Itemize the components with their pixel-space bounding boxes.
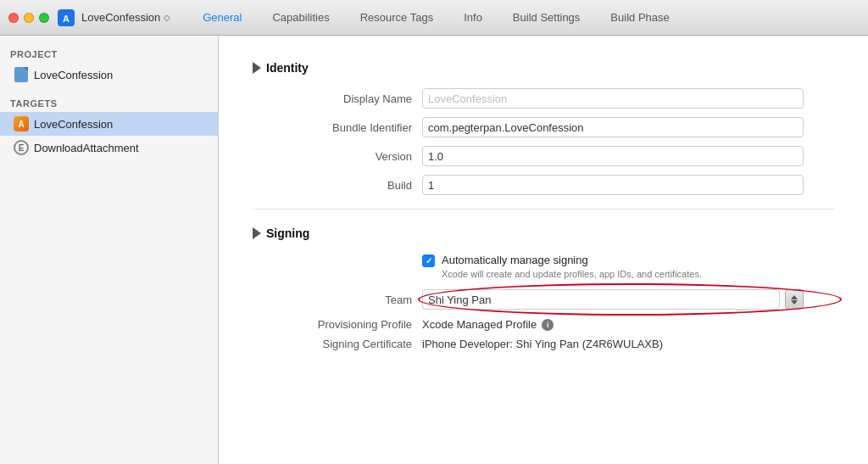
- divider-1: [253, 209, 834, 210]
- target-ext-icon: E: [14, 140, 29, 155]
- auto-signing-text-block: Automatically manage signing Xcode will …: [442, 254, 702, 281]
- cert-label: Signing Certificate: [253, 338, 422, 350]
- tab-capabilities[interactable]: Capabilities: [257, 0, 344, 36]
- cert-value: iPhone Developer: Shi Ying Pan (Z4R6WULA…: [422, 338, 663, 350]
- version-input[interactable]: [422, 146, 804, 166]
- project-chevron-icon: ◇: [164, 13, 170, 22]
- identity-section-header: Identity: [253, 61, 834, 75]
- auto-signing-checkbox[interactable]: [422, 254, 435, 267]
- project-name-label: LoveConfession: [81, 11, 160, 24]
- provisioning-value-text: Xcode Managed Profile: [422, 318, 537, 331]
- tab-build-phase[interactable]: Build Phase: [595, 0, 684, 36]
- signing-section-header: Signing: [253, 226, 834, 240]
- identity-section-title: Identity: [266, 61, 309, 75]
- tab-info[interactable]: Info: [448, 0, 498, 36]
- team-row: Team Shi Ying Pan: [253, 289, 834, 310]
- auto-signing-row: Automatically manage signing Xcode will …: [253, 254, 834, 281]
- project-name: LoveConfession: [34, 69, 113, 81]
- build-label: Build: [253, 179, 422, 192]
- project-file-icon: [14, 67, 29, 82]
- content-area: Identity Display Name Bundle Identifier …: [219, 36, 868, 464]
- stepper-down-icon: [791, 300, 798, 305]
- provisioning-value: Xcode Managed Profile i: [422, 318, 554, 331]
- bundle-id-input[interactable]: [422, 117, 804, 137]
- close-button[interactable]: [8, 13, 19, 23]
- version-row: Version: [253, 146, 834, 166]
- auto-signing-subtext: Xcode will create and update profiles, a…: [442, 268, 702, 281]
- display-name-input[interactable]: [422, 88, 804, 109]
- bundle-id-row: Bundle Identifier: [253, 117, 834, 137]
- main-content: PROJECT LoveConfession TARGETS A LoveCon…: [0, 36, 868, 464]
- svg-text:A: A: [63, 14, 70, 24]
- sidebar: PROJECT LoveConfession TARGETS A LoveCon…: [0, 36, 219, 464]
- identity-collapse-icon[interactable]: [253, 62, 261, 74]
- display-name-label: Display Name: [253, 92, 422, 105]
- info-circle-icon[interactable]: i: [542, 319, 554, 331]
- tab-bar: General Capabilities Resource Tags Info …: [187, 0, 860, 36]
- target-loveconfession-label: LoveConfession: [34, 118, 113, 131]
- target-app-icon: A: [14, 116, 29, 131]
- bundle-id-label: Bundle Identifier: [253, 121, 422, 134]
- tab-resource-tags[interactable]: Resource Tags: [345, 0, 448, 36]
- build-row: Build: [253, 175, 834, 195]
- signing-collapse-icon[interactable]: [253, 227, 261, 239]
- sidebar-item-project[interactable]: LoveConfession: [0, 63, 218, 87]
- titlebar: A LoveConfession ◇ General Capabilities …: [0, 0, 868, 36]
- team-select[interactable]: Shi Ying Pan: [422, 289, 780, 310]
- tab-general[interactable]: General: [187, 0, 257, 36]
- minimize-button[interactable]: [24, 13, 34, 23]
- team-select-wrapper: Shi Ying Pan: [422, 289, 804, 310]
- sidebar-item-loveconfession-target[interactable]: A LoveConfession: [0, 112, 218, 136]
- xcode-icon: A: [58, 9, 75, 26]
- auto-signing-checkbox-wrapper: Automatically manage signing Xcode will …: [422, 254, 702, 281]
- build-input[interactable]: [422, 175, 804, 195]
- maximize-button[interactable]: [39, 13, 49, 23]
- signing-section-title: Signing: [266, 226, 309, 240]
- target-downloadattachment-label: DownloadAttachment: [34, 142, 139, 154]
- window-controls: [8, 13, 49, 23]
- targets-section-label: TARGETS: [0, 95, 218, 112]
- cert-row: Signing Certificate iPhone Developer: Sh…: [253, 338, 834, 350]
- provisioning-row: Provisioning Profile Xcode Managed Profi…: [253, 318, 834, 331]
- auto-signing-label: Automatically manage signing: [442, 254, 702, 266]
- tab-build-settings[interactable]: Build Settings: [498, 0, 596, 36]
- project-section-label: PROJECT: [0, 46, 218, 63]
- provisioning-label: Provisioning Profile: [253, 318, 422, 331]
- team-label: Team: [253, 293, 422, 306]
- signing-section: Signing Automatically manage signing Xco…: [253, 226, 834, 350]
- project-title[interactable]: A LoveConfession ◇: [58, 9, 170, 26]
- sidebar-item-downloadattachment-target[interactable]: E DownloadAttachment: [0, 136, 218, 159]
- version-label: Version: [253, 150, 422, 163]
- display-name-row: Display Name: [253, 88, 834, 109]
- team-stepper-button[interactable]: [785, 289, 804, 310]
- cert-value-text: iPhone Developer: Shi Ying Pan (Z4R6WULA…: [422, 338, 663, 350]
- stepper-up-icon: [791, 295, 798, 299]
